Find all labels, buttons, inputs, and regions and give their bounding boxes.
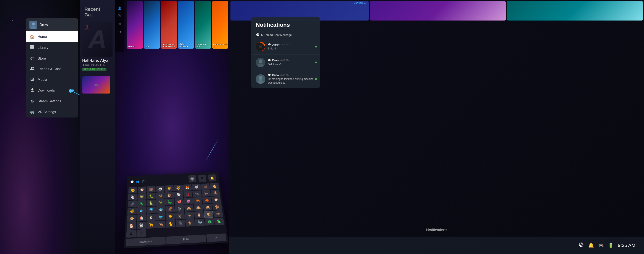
emoji-key[interactable]: 🦑 [184,198,193,205]
aaron-time: 6:10 PM [282,43,290,46]
emoji-key[interactable]: 🐝 [138,193,146,200]
emoji-key[interactable]: 🐶 [138,186,146,193]
emoji-key[interactable]: 🙈 [184,205,194,212]
steam-button[interactable] [188,175,196,182]
emoji-key[interactable]: 🐒 [212,203,222,210]
emoji-key[interactable]: & [126,230,136,238]
taskbar-icon-battery[interactable]: 🔋 [608,243,614,248]
emoji-key[interactable]: 🐈‍⬛ [176,219,185,227]
menu-item-vr-settings[interactable]: 🥽 VR Settings [26,107,78,118]
emoji-key[interactable]: 🦀 [202,197,212,203]
emoji-key[interactable]: 🐠 [127,207,136,215]
svg-point-16 [260,46,262,47]
message-item-drew2[interactable]: 💬 Drew 6:09 PM I'm starting to think the… [251,70,320,88]
emoji-key[interactable]: 🦍 [175,205,184,212]
emoji-key[interactable]: 🦐 [193,197,202,204]
menu-item-store[interactable]: 🏷 Store [26,53,78,64]
notifications-panel: XSOVERLA... Notifications 💬 5 Unread Cha… [230,0,644,254]
message-item-aaron[interactable]: 💬 Aaron 6:10 PM Ship it!! [251,39,320,55]
message-item-drew1[interactable]: 💬 Drew 6:09 PM Did it work? [251,55,320,70]
emoji-key[interactable]: 🦮 [146,221,156,229]
emoji-key[interactable]: 🐕 [126,222,136,230]
emoji-key[interactable]: 🦅 [175,212,184,219]
backspace-label: Backspace [139,240,152,244]
emoji-key[interactable]: 🦎 [137,200,146,207]
emoji-key[interactable]: 🐍 [146,199,156,207]
emoji-key[interactable]: 🐺 [192,184,201,191]
emoji-key[interactable]: 🦊 [183,184,192,191]
emoji-key[interactable]: 🐕‍🦺 [156,221,166,228]
emoji-key[interactable]: 🦋 [156,192,165,199]
emoji-key[interactable]: 🐵 [127,215,136,222]
emoji-key[interactable]: 🦉 [194,211,204,219]
game-card-overcooked: OVERCOOKED 2 [212,1,228,49]
emoji-key[interactable]: 🐬 [146,207,156,214]
media-icon: 🖼 [30,77,34,82]
emoji-key[interactable]: 🐞 [183,191,192,198]
emoji-key[interactable]: 🦗 [202,190,211,197]
emoji-key[interactable]: 🦕 [165,199,174,206]
vr-game-shelf: 👤 🖼 ⊞ ◑ SABER EDU SPIDER-MAN REMASTERED … [115,0,230,52]
emoji-key[interactable]: 🐌 [165,192,174,199]
emoji-key[interactable]: 🏳 [136,229,146,237]
aaron-message-content: 💬 Aaron 6:10 PM Ship it!! [268,43,316,51]
menu-item-friends[interactable]: Friends & Chat [26,64,78,74]
emoji-key[interactable]: 🐴 [210,183,219,189]
emoji-key[interactable]: 🐦 [156,213,165,221]
emoji-key[interactable]: 🦄 [128,194,137,200]
friends-label: Friends & Chat [38,67,61,71]
drew1-text: Did it work? [268,63,316,66]
emoji-key[interactable]: 🐡 [212,196,221,203]
emoji-key[interactable]: 🐙 [174,198,184,205]
taskbar-icon-steam[interactable] [579,242,584,249]
emoji-key[interactable]: 🦤 [195,219,205,226]
emoji-key[interactable]: 🦧 [165,205,175,213]
emoji-key[interactable]: 🦂 [210,189,220,196]
menu-item-library[interactable]: Library [26,42,78,53]
backspace-key[interactable]: Backspace [126,237,166,247]
svg-rect-3 [30,45,32,47]
emoji-key[interactable]: 🐩 [136,222,146,229]
chat-icon: 💬 [256,33,260,36]
emoji-key[interactable]: 🐗 [201,183,210,190]
emoji-key[interactable]: 🐻 [147,186,156,193]
emoji-key[interactable]: 🦚 [204,218,215,226]
emoji-key[interactable]: 🦆 [184,212,194,219]
emoji-key[interactable]: 🐛 [147,193,156,200]
emoji-key[interactable]: 🐜 [192,190,202,197]
emoji-key[interactable]: 🐤 [166,213,175,220]
taskbar-icon-controller[interactable]: 🎮 [598,243,604,248]
message-icon: 💬 [268,43,271,46]
emoji-key[interactable]: 🐚 [174,191,183,198]
game-card-nomanssky: NO MAN'S SKY [195,1,211,49]
emoji-key[interactable]: 🦜 [214,218,224,225]
emoji-key[interactable]: 🐟 [137,207,146,214]
emoji-key[interactable]: 🦁 [165,185,174,192]
taskbar-icon-notification[interactable]: 🔔 [588,243,594,248]
emoji-key-selected[interactable]: 🐒 [204,211,214,218]
enter-key[interactable]: Enter [166,235,206,244]
emoji-key[interactable]: 🐯 [174,185,183,191]
emoji-key[interactable]: 🐱 [128,187,137,194]
emoji-key[interactable]: 🐼 [156,186,165,192]
emoji-key[interactable]: 🦖 [156,199,165,206]
store-label: Store [38,57,46,60]
online-indicator-drew2 [315,78,317,80]
emoji-key[interactable]: 🙊 [203,203,213,211]
menu-user-row[interactable]: Drew [26,18,78,31]
monitor-button[interactable]: 🖥 [198,175,207,182]
emoji-key[interactable]: 🦇 [213,210,223,218]
menu-item-media[interactable]: 🖼 Media [26,74,78,85]
menu-item-home[interactable]: 🏠 Home [26,31,78,42]
emoji-key[interactable]: 🐔 [137,214,146,222]
emoji-key[interactable]: 🐓 [185,219,195,227]
menu-item-steam-settings[interactable]: ⚙ Steam Settings [26,96,78,107]
emoji-key[interactable]: 🐈 [166,220,175,228]
emoji-key[interactable]: 🦟 [128,200,137,208]
bell-button[interactable]: 🔔 [208,174,216,182]
check-key[interactable]: ✓ [206,234,227,242]
emoji-key[interactable]: 🐳 [156,206,165,213]
emoji-key[interactable]: 🙉 [194,204,203,211]
drew2-message-header: 💬 Drew 6:09 PM [268,73,316,77]
emoji-key[interactable]: 🐧 [146,214,156,221]
